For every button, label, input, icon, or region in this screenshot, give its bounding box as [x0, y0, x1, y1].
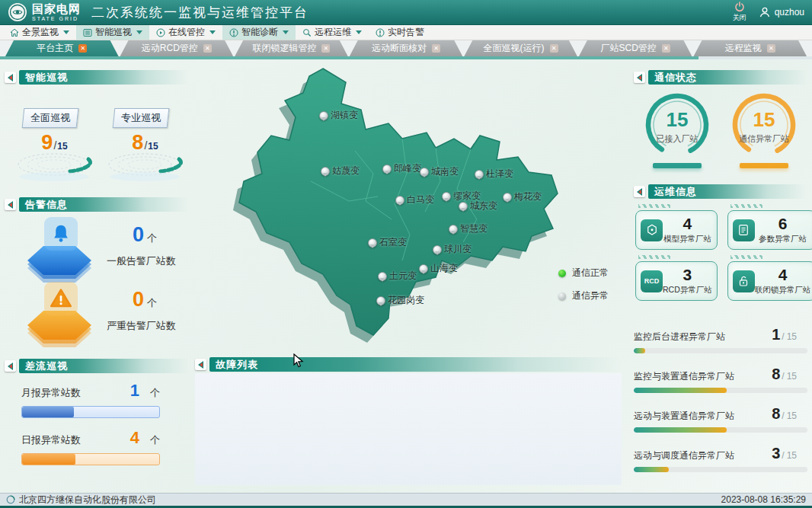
- menu-item-remote-ops[interactable]: 远程运维: [296, 25, 369, 40]
- ops-card-interlock[interactable]: 4 联闭锁异常厂站: [727, 261, 812, 301]
- progress-value: 3/15: [772, 445, 797, 462]
- ops-info-panel: 4 模型异常厂站 6 参数异常厂站 RCD 3 RCD异常厂站: [635, 210, 807, 301]
- station-marker[interactable]: 球川变: [433, 243, 472, 256]
- station-marker[interactable]: 城南变: [420, 165, 459, 178]
- station-label: 梅花变: [514, 190, 542, 203]
- progress-label: 远动与装置通信异常厂站: [634, 410, 734, 423]
- collapse-arrow-icon[interactable]: [634, 186, 645, 197]
- station-marker[interactable]: 城东变: [459, 200, 497, 212]
- menu-item-panorama[interactable]: 全景监视: [3, 25, 76, 40]
- tab-platform-home[interactable]: 平台主页✕: [5, 40, 119, 56]
- station-pin-icon: [449, 225, 458, 234]
- progress-row-backend-process: 监控后台进程异常厂站 1/15: [634, 326, 807, 353]
- play-circle-icon: [156, 28, 165, 37]
- tab-label: 平台主页: [37, 42, 73, 55]
- comm-abnormal-count: 15: [729, 108, 799, 132]
- station-marker[interactable]: 土元变: [378, 270, 417, 283]
- collapse-arrow-icon[interactable]: [5, 360, 16, 372]
- tab-section-check[interactable]: 远动断面核对✕: [350, 40, 463, 56]
- chevron-down-icon: [63, 30, 69, 34]
- station-marker[interactable]: 智慧变: [449, 222, 488, 235]
- ops-card-parameter[interactable]: 6 参数异常厂站: [727, 210, 812, 250]
- collapse-arrow-icon[interactable]: [5, 72, 16, 83]
- general-alarm-item: 0个 一般告警厂站数: [17, 219, 189, 284]
- progress-value: 1/15: [772, 326, 797, 343]
- station-label: 土元变: [389, 270, 417, 283]
- tab-label: 远程监视: [725, 42, 762, 55]
- state-grid-logo-icon: [8, 2, 27, 22]
- progress-track: [634, 467, 807, 472]
- station-label: 郎峰变: [394, 162, 421, 175]
- tab-close-icon[interactable]: ✕: [203, 44, 212, 53]
- tab-label: 联闭锁逻辑管控: [252, 42, 316, 55]
- station-marker[interactable]: 白马变: [395, 193, 434, 206]
- tab-close-icon[interactable]: ✕: [78, 44, 87, 53]
- monthly-diff-label: 月报异常站数: [21, 386, 81, 400]
- tab-bar: 平台主页✕ 远动RCD管控✕ 联闭锁逻辑管控✕ 远动断面核对✕ 全面巡视(运行)…: [0, 40, 812, 56]
- ops-card-model[interactable]: 4 模型异常厂站: [635, 210, 718, 250]
- chevron-down-icon: [209, 30, 216, 34]
- search-icon: [302, 28, 312, 37]
- tab-close-icon[interactable]: ✕: [662, 44, 670, 53]
- connected-label: 已接入厂站: [642, 133, 712, 145]
- section-header-comm: 通信状态: [634, 70, 807, 85]
- collapse-arrow-icon[interactable]: [634, 72, 645, 83]
- tab-close-icon[interactable]: ✕: [550, 44, 558, 53]
- collapse-arrow-icon[interactable]: [5, 199, 16, 210]
- collapse-arrow-icon[interactable]: [195, 359, 206, 370]
- section-title: 告警信息: [19, 197, 189, 212]
- menu-item-realtime-alarm[interactable]: 实时告警: [369, 25, 431, 40]
- gauge-pedestal: [653, 163, 702, 168]
- station-marker[interactable]: 姑蔑变: [321, 165, 360, 177]
- gray-status-dot-icon: [558, 292, 566, 300]
- tab-remote-monitor[interactable]: 远程监视✕: [693, 40, 807, 56]
- station-marker[interactable]: 湖镇变: [319, 109, 358, 122]
- progress-value: 8/15: [772, 405, 797, 423]
- menu-item-online-control[interactable]: 在线管控: [149, 25, 222, 40]
- station-marker[interactable]: 梅花变: [503, 190, 542, 203]
- daily-diff-count: 4: [130, 428, 139, 448]
- tab-interlock-logic[interactable]: 联闭锁逻辑管控✕: [235, 40, 348, 56]
- station-marker[interactable]: 郎峰变: [382, 162, 421, 175]
- tab-close-icon[interactable]: ✕: [767, 44, 775, 53]
- ops-card-label: 模型异常厂站: [663, 234, 712, 244]
- tab-rcd-control[interactable]: 远动RCD管控✕: [120, 40, 234, 56]
- progress-track: [634, 348, 807, 353]
- daily-diff-fill: [22, 454, 75, 465]
- parameter-icon: [733, 219, 755, 241]
- station-marker[interactable]: 花园岗变: [376, 294, 424, 307]
- station-pin-icon: [378, 272, 387, 281]
- legend-comm-abnormal: 通信异常: [558, 289, 609, 302]
- tab-scd-control[interactable]: 厂站SCD管控✕: [579, 40, 692, 56]
- section-title: 运维信息: [648, 184, 807, 199]
- progress-fill: [634, 348, 645, 353]
- station-marker[interactable]: 杜泽变: [475, 168, 513, 181]
- tab-close-icon[interactable]: ✕: [321, 44, 330, 53]
- section-title: 故障列表: [209, 357, 622, 372]
- monthly-diff-count: 1: [130, 381, 139, 401]
- full-inspection-gauge[interactable]: 全面巡视 9/15: [15, 108, 94, 186]
- station-pin-icon: [395, 196, 404, 205]
- menu-item-diagnosis[interactable]: 智能诊断: [222, 25, 296, 40]
- menu-label: 实时告警: [388, 26, 424, 39]
- ops-card-value: 6: [755, 216, 811, 232]
- professional-inspection-gauge[interactable]: 专业巡视 8/15: [106, 108, 184, 186]
- station-marker[interactable]: 山海变: [419, 262, 458, 275]
- tab-full-inspection[interactable]: 全面巡视(运行)✕: [464, 40, 577, 56]
- severe-alarm-icon-stack: [23, 283, 96, 347]
- ops-card-label: RCD异常厂站: [663, 285, 712, 296]
- station-pin-icon: [420, 168, 429, 177]
- ops-card-rcd[interactable]: RCD 3 RCD异常厂站: [635, 261, 718, 301]
- close-label: 关闭: [733, 13, 746, 23]
- menu-item-inspection[interactable]: 智能巡视: [76, 25, 149, 40]
- station-label: 花园岗变: [388, 294, 424, 307]
- close-button[interactable]: 关闭: [733, 2, 746, 23]
- user-button[interactable]: quzhou: [759, 6, 804, 18]
- station-pin-icon: [419, 264, 428, 273]
- gauge-value: 9/15: [15, 131, 94, 155]
- station-marker[interactable]: 石室变: [368, 236, 407, 249]
- monthly-diff-bar: [21, 406, 160, 418]
- tab-close-icon[interactable]: ✕: [432, 44, 440, 53]
- green-status-dot-icon: [558, 270, 566, 277]
- menu-label: 智能巡视: [95, 26, 132, 39]
